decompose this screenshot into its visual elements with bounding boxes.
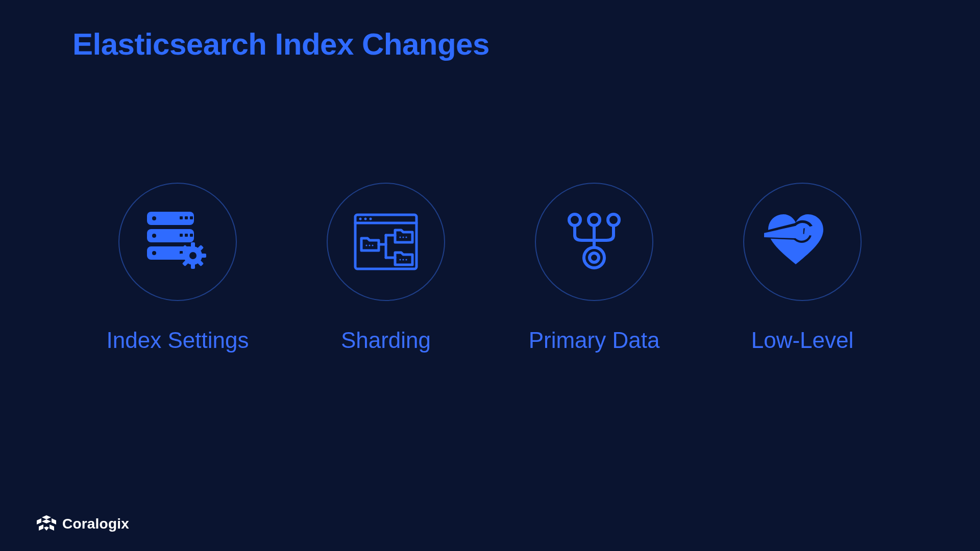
svg-point-49 [584,247,604,268]
svg-point-44 [589,214,600,226]
svg-rect-10 [185,234,188,237]
svg-point-27 [359,218,362,220]
item-index-settings: Index Settings [86,183,270,353]
svg-point-36 [405,236,407,238]
svg-point-24 [189,252,197,259]
svg-marker-57 [44,527,49,531]
svg-marker-52 [37,518,41,524]
item-label: Primary Data [529,328,660,353]
item-label: Low-Level [751,328,854,353]
svg-rect-7 [185,216,188,219]
svg-point-50 [590,253,599,262]
item-low-level: Low-Level [710,183,894,353]
svg-point-45 [608,214,619,226]
svg-point-40 [399,259,401,260]
svg-point-3 [152,216,156,220]
svg-marker-51 [42,515,51,519]
svg-marker-53 [52,518,56,524]
svg-rect-9 [180,234,183,237]
svg-rect-8 [190,216,193,219]
svg-point-39 [372,244,373,246]
svg-marker-56 [50,524,54,531]
svg-point-4 [152,234,156,238]
svg-point-37 [365,244,367,246]
item-label: Sharding [341,328,431,353]
svg-marker-54 [42,519,51,523]
svg-point-5 [152,251,156,255]
footer-brand: Coralogix [37,515,129,533]
folder-tree-icon [350,209,422,275]
heart-wrench-icon [764,211,841,272]
coralogix-logo-icon [37,515,56,533]
svg-point-34 [399,236,401,238]
branches-icon [558,209,630,275]
items-row: Index Settings [0,183,980,353]
svg-rect-11 [190,234,193,237]
item-sharding: Sharding [294,183,478,353]
slide-title: Elasticsearch Index Changes [72,27,489,62]
icon-circle [535,183,653,301]
svg-point-35 [402,236,404,238]
svg-marker-55 [39,524,43,531]
svg-rect-6 [180,216,183,219]
item-label: Index Settings [107,328,249,353]
footer-brand-text: Coralogix [62,516,129,532]
svg-point-41 [402,259,404,260]
icon-circle [118,183,237,301]
svg-point-42 [405,259,407,260]
svg-point-29 [370,218,372,220]
icon-circle [327,183,445,301]
svg-point-38 [369,244,370,246]
svg-point-43 [569,214,580,226]
icon-circle [743,183,862,301]
item-primary-data: Primary Data [502,183,686,353]
svg-point-28 [364,218,367,220]
server-gear-icon [142,209,213,275]
